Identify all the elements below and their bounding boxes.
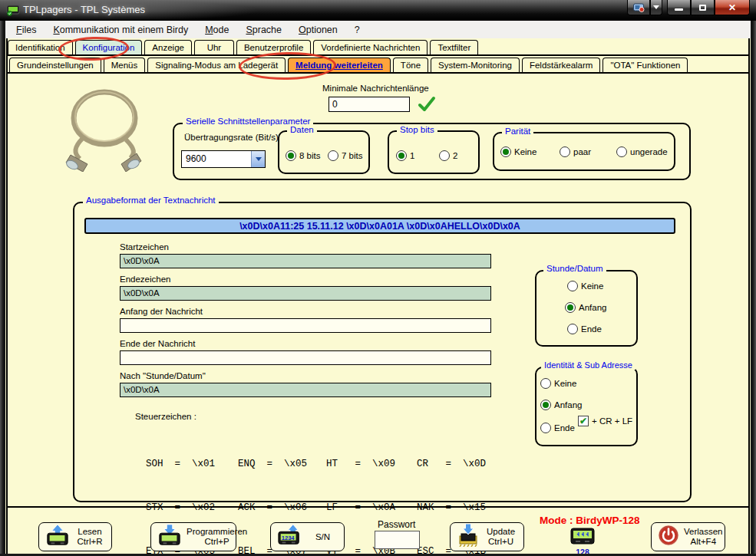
tab-menus[interactable]: Menüs <box>104 58 146 72</box>
field-label: Startzeichen <box>120 242 169 252</box>
min-length-input[interactable] <box>328 97 410 112</box>
maximize-button[interactable] <box>691 0 715 15</box>
pager-download-icon <box>157 524 182 550</box>
app-pager-icon <box>6 4 20 19</box>
menu-mode[interactable]: Mode <box>205 25 229 35</box>
group-parity-title: Parität <box>502 127 533 136</box>
min-length-label: Minimale Nachrichtenlänge <box>322 84 429 93</box>
radio-parity-paar[interactable]: paar <box>560 146 591 157</box>
radio-stop2[interactable]: 2 <box>439 150 457 161</box>
radio-label: paar <box>573 147 591 156</box>
minimize-button[interactable] <box>667 0 691 15</box>
programmieren-button[interactable]: ProgrammierenCtrl+P <box>150 522 236 551</box>
chip-update-icon <box>457 524 480 550</box>
group-stunde-datum-title: Stunde/Datum <box>543 264 606 273</box>
tab-feldstaerkealarm[interactable]: Feldstärkealarm <box>522 58 600 72</box>
tab-konfiguration[interactable]: Konfiguration <box>75 40 143 54</box>
radio-icon <box>540 423 551 433</box>
capture-tool-icon[interactable] <box>627 0 650 15</box>
tab-identifikation[interactable]: Identifikation <box>8 40 73 54</box>
radio-icon <box>396 150 407 161</box>
radio-stop1[interactable]: 1 <box>396 150 414 161</box>
app-window: TPLpagers - TPL Systèmes ✕ Files Kommuni… <box>0 0 756 556</box>
radio-label: Keine <box>581 281 603 291</box>
menu-files[interactable]: Files <box>16 25 36 35</box>
lesen-button[interactable]: LesenCtrl+R <box>38 522 112 551</box>
radio-parity-keine[interactable]: Keine <box>500 146 536 157</box>
radio-parity-ungerade[interactable]: ungerade <box>616 146 668 157</box>
menu-help[interactable]: ? <box>355 25 360 35</box>
menu-kommunikation[interactable]: Kommunikation mit einem Birdy <box>53 25 188 35</box>
anfang-der-nachricht-field[interactable] <box>120 318 491 333</box>
ctrl-chars-title: Steuerzeichen : <box>135 412 196 421</box>
tab-toene[interactable]: Töne <box>393 58 428 72</box>
tabpage-border-1 <box>7 54 749 56</box>
window-title: TPLpagers - TPL Systèmes <box>23 4 145 15</box>
radio-label: Anfang <box>579 303 606 312</box>
helper-buttons[interactable] <box>627 0 662 15</box>
tabrow-konfiguration: Grundeinstellungen Menüs Signaling-Modus… <box>9 58 688 72</box>
tab-textfilter[interactable]: Textfilter <box>430 40 478 54</box>
radio-icon <box>616 146 627 157</box>
field-label: Endezeichen <box>120 275 171 284</box>
combo-dropdown-icon[interactable] <box>251 151 265 167</box>
tab-benutzerprofile[interactable]: Benutzerprofile <box>236 40 311 54</box>
radio-identitaet-ende[interactable]: Ende <box>540 423 575 433</box>
tab-signaling-modus[interactable]: Signaling-Modus am Ladegerät <box>147 58 286 72</box>
radio-icon <box>567 281 578 291</box>
window-controls[interactable]: ✕ <box>667 0 750 15</box>
radio-identitaet-anfang[interactable]: Anfang <box>540 400 582 410</box>
field-label: Anfang der Nachricht <box>120 307 203 316</box>
radio-label: Ende <box>581 324 602 334</box>
serial-cable-image <box>54 81 154 175</box>
group-stopbits-title: Stop bits <box>397 125 437 134</box>
group-output-title: Ausgabeformat der Textnachricht <box>83 196 219 205</box>
radio-label: Ende <box>554 423 575 433</box>
tab-meldung-weiterleiten[interactable]: Meldung weiterleiten <box>288 58 391 72</box>
radio-icon <box>439 150 450 161</box>
verlassen-button[interactable]: VerlassenAlt+F4 <box>651 522 725 551</box>
sn-button[interactable]: 1234 S/N <box>270 522 345 551</box>
chevron-down-icon[interactable] <box>650 0 662 15</box>
valid-check-icon <box>418 95 436 117</box>
radio-icon <box>328 150 338 161</box>
tab-vordefinierte-nachrichten[interactable]: Vordefinierte Nachrichten <box>313 40 428 54</box>
radio-label: 1 <box>410 151 414 160</box>
radio-label: 8 bits <box>299 151 321 160</box>
baudrate-combobox[interactable]: 9600 <box>181 150 266 168</box>
radio-8bits[interactable]: 8 bits <box>286 150 321 161</box>
radio-stunde-ende[interactable]: Ende <box>567 324 602 334</box>
field-label: Ende der Nachricht <box>120 339 195 348</box>
radio-label: 2 <box>453 151 457 160</box>
baudrate-label: Übertragungsrate (Bit/s) <box>184 133 279 142</box>
radio-icon <box>540 378 551 389</box>
crlf-checkbox-row[interactable]: ✔ + CR + LF <box>578 416 632 426</box>
passwort-input[interactable] <box>375 531 420 549</box>
startzeichen-field[interactable]: \x0D\x0A <box>120 254 491 268</box>
titlebar[interactable]: TPLpagers - TPL Systèmes ✕ <box>0 0 756 21</box>
tabpage-border-2 <box>7 72 749 74</box>
ende-der-nachricht-field[interactable] <box>120 350 491 365</box>
nach-stunde-datum-field[interactable]: \x0D\x0A <box>120 383 491 397</box>
menu-sprache[interactable]: Sprache <box>246 25 282 35</box>
tab-uhr[interactable]: Uhr <box>194 40 234 54</box>
footer-separator <box>7 506 749 508</box>
close-button[interactable]: ✕ <box>715 0 750 15</box>
message-preview-bar: \x0D\x0A11:25 15.11.12 \x0D\x0A01A \x0D\… <box>84 218 675 234</box>
passwort-label: Passwort <box>378 519 415 530</box>
endezeichen-field[interactable]: \x0D\x0A <box>120 286 491 301</box>
radio-stunde-keine[interactable]: Keine <box>567 281 603 291</box>
radio-stunde-anfang[interactable]: Anfang <box>565 302 606 313</box>
tab-grundeinstellungen[interactable]: Grundeinstellungen <box>9 58 101 72</box>
window-frame-left <box>0 21 5 556</box>
menubar: Files Kommunikation mit einem Birdy Mode… <box>5 21 751 38</box>
tab-system-monitoring[interactable]: System-Monitoring <box>431 58 520 72</box>
update-button[interactable]: UpdateCtrl+U <box>450 522 524 551</box>
checkbox-checked-icon[interactable]: ✔ <box>578 416 589 426</box>
field-label: Nach "Stunde/Datum" <box>120 371 206 380</box>
menu-optionen[interactable]: Optionen <box>299 25 338 35</box>
radio-7bits[interactable]: 7 bits <box>328 150 363 161</box>
tab-ota-funktionen[interactable]: "OTA" Funktionen <box>602 58 688 72</box>
tab-anzeige[interactable]: Anzeige <box>144 40 192 54</box>
radio-identitaet-keine[interactable]: Keine <box>540 378 576 389</box>
